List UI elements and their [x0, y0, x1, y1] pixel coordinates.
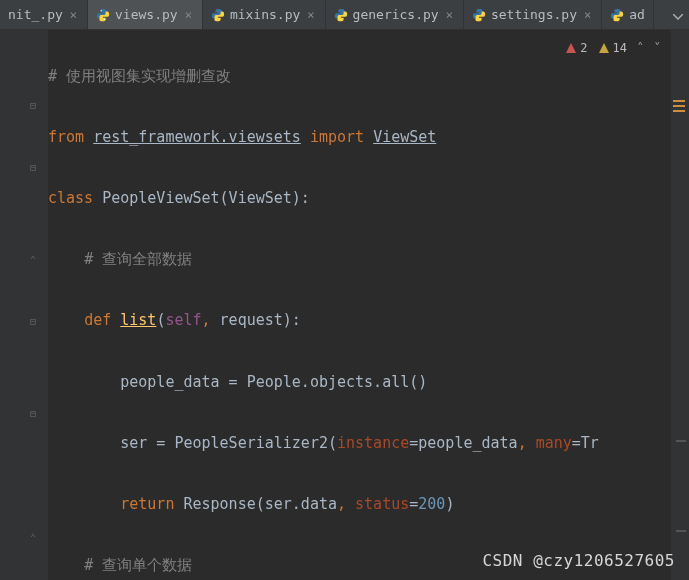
code-token: self [165, 311, 201, 329]
code-token: , [202, 311, 220, 329]
code-token: PeopleViewSet(ViewSet): [102, 189, 310, 207]
close-icon[interactable]: × [305, 8, 316, 22]
code-token: return [120, 495, 174, 513]
code-token: 200 [418, 495, 445, 513]
end-block-icon[interactable]: ⌃ [30, 254, 36, 265]
python-file-icon [334, 8, 348, 22]
code-token: people_data = People.objects.all() [120, 373, 427, 391]
tab-label: ad [629, 7, 645, 22]
code-token: =people_data [409, 434, 517, 452]
code-token: ser = PeopleSerializer2( [120, 434, 337, 452]
tab-label: settings.py [491, 7, 577, 22]
code-token: instance [337, 434, 409, 452]
code-token: status [355, 495, 409, 513]
code-token: = [409, 495, 418, 513]
code-token: , [518, 434, 536, 452]
tab-init-py[interactable]: nit_.py × [0, 0, 88, 29]
code-token: def [84, 311, 111, 329]
code-token: ViewSet [373, 128, 436, 146]
tab-ad-py[interactable]: ad [602, 0, 654, 29]
tab-label: nit_.py [8, 7, 63, 22]
tab-label: mixins.py [230, 7, 300, 22]
code-editor[interactable]: # 使用视图集实现增删查改 from rest_framework.viewse… [48, 30, 671, 580]
tab-label: generics.py [353, 7, 439, 22]
code-token: from [48, 128, 84, 146]
warning-triangle-icon [598, 42, 610, 54]
fold-region-icon[interactable]: ⊟ [30, 408, 36, 419]
python-file-icon [472, 8, 486, 22]
code-token: , [337, 495, 355, 513]
code-token: request): [220, 311, 301, 329]
close-icon[interactable]: × [444, 8, 455, 22]
next-highlight-button[interactable]: ˅ [654, 40, 661, 55]
tab-views-py[interactable]: views.py × [88, 0, 203, 29]
chevron-down-icon [673, 14, 683, 20]
error-stripe[interactable] [671, 30, 689, 580]
tab-label: views.py [115, 7, 178, 22]
code-token: Response(ser.data [174, 495, 337, 513]
error-count[interactable]: 2 [565, 41, 587, 55]
tab-generics-py[interactable]: generics.py × [326, 0, 464, 29]
tab-mixins-py[interactable]: mixins.py × [203, 0, 326, 29]
fold-region-icon[interactable]: ⊟ [30, 100, 36, 111]
prev-highlight-button[interactable]: ˄ [637, 40, 644, 55]
fold-region-icon[interactable]: ⊟ [30, 316, 36, 327]
code-token: import [310, 128, 364, 146]
code-token: # 使用视图集实现增删查改 [48, 67, 231, 85]
python-file-icon [96, 8, 110, 22]
python-file-icon [211, 8, 225, 22]
tabs-bar: nit_.py × views.py × mixins.py × generic… [0, 0, 689, 30]
end-block-icon[interactable]: ⌃ [30, 532, 36, 543]
svg-point-1 [104, 18, 105, 19]
svg-point-0 [101, 9, 102, 10]
code-token: rest_framework.viewsets [93, 128, 301, 146]
hamburger-icon[interactable] [673, 100, 685, 112]
close-icon[interactable]: × [183, 8, 194, 22]
tabs-overflow-button[interactable] [667, 6, 689, 24]
python-file-icon [610, 8, 624, 22]
code-token: ) [445, 495, 454, 513]
code-token: class [48, 189, 93, 207]
stripe-mark[interactable] [676, 440, 686, 442]
close-icon[interactable]: × [582, 8, 593, 22]
inspection-status: 2 14 ˄ ˅ [565, 40, 661, 55]
warning-triangle-icon [565, 42, 577, 54]
close-icon[interactable]: × [68, 8, 79, 22]
code-token: =Tr [572, 434, 599, 452]
code-token: many [536, 434, 572, 452]
warning-count[interactable]: 14 [598, 41, 627, 55]
tab-settings-py[interactable]: settings.py × [464, 0, 602, 29]
stripe-mark[interactable] [676, 530, 686, 532]
code-token: # 查询全部数据 [84, 250, 192, 268]
code-token: list [120, 311, 156, 329]
gutter: ⊟ ⊟ ⌃ ⊟ ⊟ ⌃ [0, 30, 48, 580]
code-token: # 查询单个数据 [84, 556, 192, 574]
fold-region-icon[interactable]: ⊟ [30, 162, 36, 173]
